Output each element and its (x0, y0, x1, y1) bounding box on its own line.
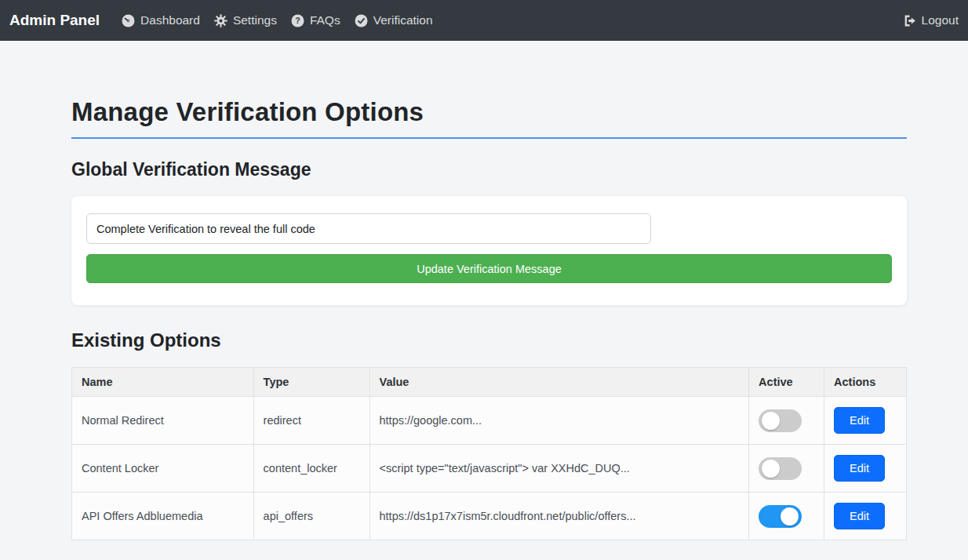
cell-active (749, 445, 824, 493)
top-navbar: Admin Panel Dashboard (0, 0, 968, 41)
existing-options-table: Name Type Value Active Actions Normal Re… (71, 367, 907, 540)
table-row: Normal Redirect redirect https://google.… (72, 397, 907, 445)
header-name: Name (72, 368, 254, 397)
nav-item-label: Verification (373, 13, 433, 27)
cell-active (749, 493, 824, 540)
page-title: Manage Verification Options (71, 97, 907, 127)
gear-icon (214, 14, 227, 27)
cell-value: https://google.com... (369, 397, 749, 445)
main-content: Manage Verification Options Global Verif… (71, 41, 907, 540)
cell-actions: Edit (824, 445, 907, 493)
svg-text:?: ? (295, 16, 300, 25)
toggle-knob (762, 460, 780, 478)
global-message-heading: Global Verification Message (71, 159, 907, 180)
nav-right: Logout (903, 13, 959, 27)
question-circle-icon: ? (291, 14, 304, 27)
edit-button[interactable]: Edit (834, 455, 885, 482)
cell-type: api_offers (253, 493, 369, 540)
verification-message-input[interactable] (86, 213, 651, 244)
nav-item-dashboard[interactable]: Dashboard (122, 13, 200, 27)
cell-value: <script type="text/javascript"> var XXHd… (369, 445, 749, 493)
nav-links: Dashboard (122, 13, 432, 27)
update-verification-message-button[interactable]: Update Verification Message (86, 254, 892, 283)
active-toggle[interactable] (759, 409, 802, 432)
brand-admin-panel[interactable]: Admin Panel (9, 12, 100, 29)
sign-out-icon (903, 14, 916, 27)
cell-type: redirect (253, 397, 369, 445)
cell-active (749, 397, 824, 445)
header-active: Active (749, 368, 824, 397)
header-value: Value (369, 368, 749, 397)
nav-item-label: Settings (233, 13, 277, 27)
check-circle-icon (355, 14, 368, 27)
cell-type: content_locker (253, 445, 369, 493)
toggle-knob (762, 412, 780, 430)
title-divider (71, 137, 907, 139)
cell-actions: Edit (824, 397, 907, 445)
table-row: Content Locker content_locker <script ty… (72, 445, 907, 493)
nav-item-label: Dashboard (140, 13, 200, 27)
cell-name: Normal Redirect (72, 397, 254, 445)
nav-item-label: FAQs (310, 13, 340, 27)
nav-item-settings[interactable]: Settings (214, 13, 277, 27)
cell-actions: Edit (824, 493, 907, 540)
tachometer-icon (122, 14, 135, 27)
header-type: Type (253, 368, 369, 397)
cell-name: Content Locker (72, 445, 254, 493)
edit-button[interactable]: Edit (834, 407, 885, 434)
nav-item-faqs[interactable]: ? FAQs (291, 13, 340, 27)
logout-label: Logout (922, 13, 959, 27)
edit-button[interactable]: Edit (834, 503, 885, 529)
nav-item-verification[interactable]: Verification (355, 13, 433, 27)
active-toggle[interactable] (759, 457, 802, 480)
logout-button[interactable]: Logout (903, 13, 959, 27)
table-header-row: Name Type Value Active Actions (72, 368, 907, 397)
table-row: API Offers Adbluemedia api_offers https:… (72, 493, 907, 540)
header-actions: Actions (824, 368, 907, 397)
cell-value: https://ds1p17x7ism5r.cloudfront.net/pub… (369, 493, 749, 540)
active-toggle[interactable] (759, 505, 802, 528)
cell-name: API Offers Adbluemedia (72, 493, 254, 540)
existing-options-heading: Existing Options (71, 329, 907, 351)
toggle-knob (781, 507, 799, 525)
global-message-card: Update Verification Message (71, 196, 907, 305)
